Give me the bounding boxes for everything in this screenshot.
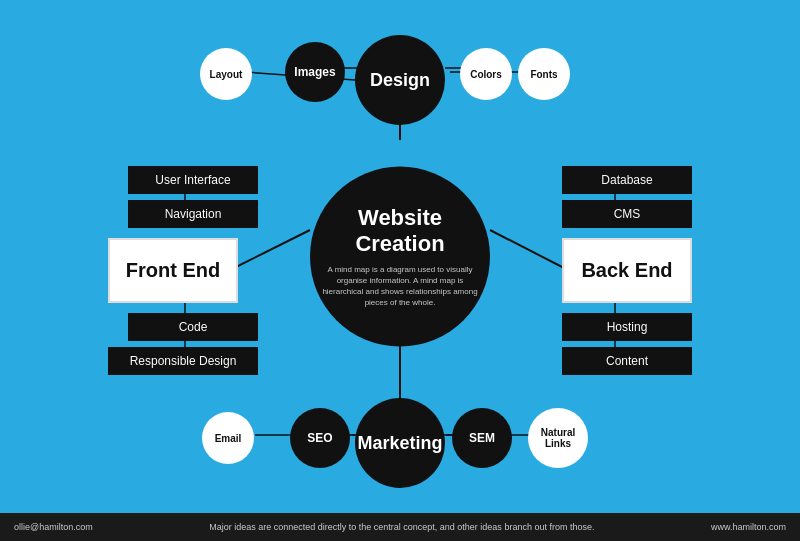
user-interface-label: User Interface (128, 166, 258, 194)
sem-bubble: SEM (452, 408, 512, 468)
center-title: Website Creation (355, 204, 444, 257)
svg-line-11 (490, 230, 568, 270)
code-label: Code (128, 313, 258, 341)
fonts-bubble: Fonts (518, 48, 570, 100)
responsible-design-label: Responsible Design (108, 347, 258, 375)
footer-website: www.hamilton.com (711, 522, 786, 532)
cms-label: CMS (562, 200, 692, 228)
center-description: A mind map is a diagram used to visually… (310, 263, 490, 308)
svg-line-10 (230, 230, 310, 270)
front-end-box: Front End (108, 238, 238, 303)
layout-bubble: Layout (200, 48, 252, 100)
seo-bubble: SEO (290, 408, 350, 468)
footer-email: ollie@hamilton.com (14, 522, 93, 532)
images-bubble: Images (285, 42, 345, 102)
navigation-label: Navigation (128, 200, 258, 228)
email-bubble: Email (202, 412, 254, 464)
natural-links-bubble: Natural Links (528, 408, 588, 468)
colors-bubble: Colors (460, 48, 512, 100)
marketing-bubble: Marketing (355, 398, 445, 488)
database-label: Database (562, 166, 692, 194)
design-bubble: Design (355, 35, 445, 125)
footer-caption: Major ideas are connected directly to th… (209, 522, 594, 532)
back-end-box: Back End (562, 238, 692, 303)
center-circle: Website Creation A mind map is a diagram… (310, 166, 490, 346)
hosting-label: Hosting (562, 313, 692, 341)
footer-bar: ollie@hamilton.com Major ideas are conne… (0, 513, 800, 541)
content-label: Content (562, 347, 692, 375)
